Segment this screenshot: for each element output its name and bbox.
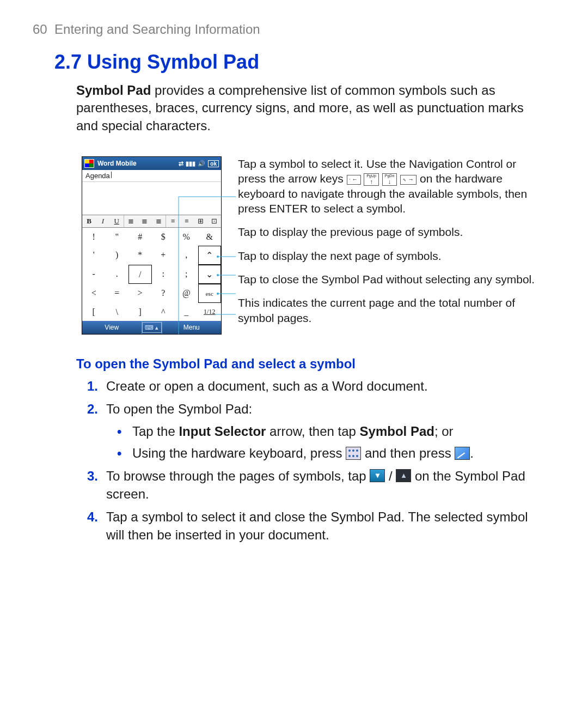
sync-icon: ⇄ [179,160,183,167]
indent-in-button[interactable]: ⊡ [207,217,221,226]
align-center-button[interactable]: ≣ [138,217,151,226]
softkey-right[interactable]: Menu [162,324,222,331]
symbol-key[interactable]: , [175,246,198,264]
symbol-key[interactable]: [ [82,303,106,321]
intro-bold: Symbol Pad [76,83,151,98]
page-up-icon: ▴ [396,469,411,482]
pen-icon [455,447,470,460]
app-title: Word Mobile [97,160,137,167]
steps-list: 1. Create or open a document, such as a … [87,377,539,544]
step-4: 4. Tap a symbol to select it and close t… [87,508,539,544]
section-title: 2.7 Using Symbol Pad [54,51,539,74]
symbol-key[interactable]: ; [175,265,198,283]
underline-button[interactable]: U [110,217,124,226]
list-button-1[interactable]: ≡ [166,217,180,226]
arrow-left-key: ' ← [347,175,361,185]
step-text: To open the Symbol Pad: [106,402,252,416]
symbol-key[interactable]: . [106,265,129,283]
symbol-key[interactable]: ] [128,303,152,321]
bold-button[interactable]: B [82,217,96,226]
arrow-pgdn-key: PgDn↓ [382,173,397,186]
step-num: 2. [87,400,98,418]
page-up-button[interactable]: ⌃ [198,246,222,265]
indent-out-button[interactable]: ⊞ [193,217,207,226]
device-titlebar: Word Mobile ⇄ ▮▮▮ 🔊 ok [82,157,221,170]
format-toolbar: B I U ≣ ≣ ≣ ≡ ≡ ⊞ ⊡ [82,215,221,228]
intro-paragraph: Symbol Pad provides a comprehensive list… [76,82,539,135]
figure-block: Word Mobile ⇄ ▮▮▮ 🔊 ok Agenda B I U ≣ ≣ … [82,156,539,335]
symbol-key[interactable]: ) [106,246,129,264]
symbol-key[interactable]: > [128,284,152,302]
section-name: Using Symbol Pad [87,51,259,73]
list-button-2[interactable]: ≡ [180,217,193,226]
arrow-pgup-key: PgUp↑ [364,173,379,186]
symbol-key[interactable]: & [198,228,222,246]
symbol-key-selected[interactable]: / [128,265,152,284]
page-header: 60 Entering and Searching Information [33,22,539,37]
symbol-key[interactable]: = [106,284,129,302]
symbol-key[interactable]: * [128,246,152,264]
step-num: 4. [87,508,98,526]
symbol-key[interactable]: : [152,265,175,283]
document-area[interactable] [82,182,221,215]
callout-column: Tap a symbol to select it. Use the Navig… [238,156,539,335]
step-text: Create or open a document, such as a Wor… [106,379,428,393]
arrow-right-key: ✎ → [400,175,416,185]
step2-bullets: Tap the Input Selector arrow, then tap S… [117,422,539,462]
chapter-title: Entering and Searching Information [54,22,260,37]
bullet-hardware-keyboard: Using the hardware keyboard, press and t… [117,444,539,463]
symbol-key[interactable]: # [128,228,152,246]
page-down-icon: ▾ [370,469,385,482]
symbol-key[interactable]: " [106,228,129,246]
page-number: 60 [33,22,47,37]
procedure-heading: To open the Symbol Pad and select a symb… [76,356,539,372]
esc-button[interactable]: esc [198,284,222,303]
symbol-key[interactable]: ! [82,228,106,246]
symbol-key[interactable]: % [175,228,198,246]
section-number: 2.7 [54,51,82,73]
symbol-key[interactable]: - [82,265,106,283]
bullet-input-selector: Tap the Input Selector arrow, then tap S… [117,422,539,441]
step-num: 1. [87,377,98,396]
symbol-key[interactable]: $ [152,228,175,246]
softkey-left[interactable]: View [82,324,142,331]
step-num: 3. [87,467,98,485]
keyboard-icon [346,447,361,460]
callout-next-page: Tap to display the next page of symbols. [238,248,539,263]
callout-page-indicator: This indicates the current page and the … [238,295,539,325]
page-indicator: 1/12 [198,303,222,321]
callout-close-pad: Tap to close the Symbol Pad without sele… [238,272,539,287]
symbol-key[interactable]: < [82,284,106,302]
agenda-field[interactable]: Agenda [82,170,221,182]
callout-select-symbol: Tap a symbol to select it. Use the Navig… [238,156,539,216]
symbol-key[interactable]: ^ [152,303,175,321]
signal-icon: ▮▮▮ [186,160,195,167]
callout-prev-page: Tap to display the previous page of symb… [238,224,539,239]
symbol-key[interactable]: ' [82,246,106,264]
page-down-button[interactable]: ⌄ [198,265,222,284]
device-softkey-bar: View ⌨ ▴ Menu [82,321,221,334]
speaker-icon: 🔊 [198,160,205,167]
start-icon[interactable] [84,159,94,168]
symbol-key[interactable]: + [152,246,175,264]
symbol-grid: ! " # $ % & ' ) * + , ⌃ - . / : ; ⌄ [82,228,221,321]
symbol-key[interactable]: ? [152,284,175,302]
italic-button[interactable]: I [96,217,109,226]
ok-button[interactable]: ok [208,160,219,167]
align-left-button[interactable]: ≣ [124,217,138,226]
input-selector-button[interactable]: ⌨ ▴ [142,322,162,333]
step-1: 1. Create or open a document, such as a … [87,377,539,396]
symbol-key[interactable]: \ [106,303,129,321]
step-3: 3. To browse through the pages of symbol… [87,467,539,503]
step-text: Tap a symbol to select it and close the … [106,509,528,543]
align-right-button[interactable]: ≣ [151,217,165,226]
device-screenshot: Word Mobile ⇄ ▮▮▮ 🔊 ok Agenda B I U ≣ ≣ … [82,156,222,335]
symbol-key[interactable]: _ [175,303,198,321]
step-2: 2. To open the Symbol Pad: Tap the Input… [87,400,539,463]
symbol-key[interactable]: @ [175,284,198,302]
